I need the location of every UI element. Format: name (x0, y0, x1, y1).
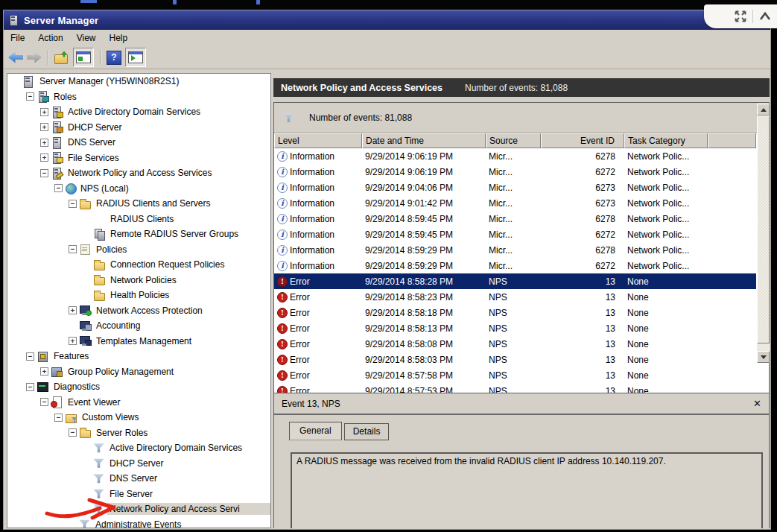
expand-toggle-icon[interactable]: + (40, 108, 48, 116)
results-title: Network Policy and Access Services (281, 83, 443, 93)
console-tree[interactable]: Server Manager (YH5WIN08R2S1)−Roles+Acti… (7, 73, 271, 528)
event-list[interactable]: iInformation9/29/2014 9:06:19 PMMicr...6… (274, 148, 756, 393)
column-header-level[interactable]: Level (274, 133, 362, 148)
tree-item[interactable]: +Templates Management (7, 334, 270, 349)
up-one-level-button[interactable] (54, 52, 69, 63)
tree-item[interactable]: Active Directory Domain Services (7, 440, 270, 456)
tree-item[interactable]: Remote RADIUS Server Groups (7, 227, 270, 242)
collapse-toggle-icon[interactable]: − (26, 383, 34, 391)
tree-item[interactable]: Server Manager (YH5WIN08R2S1) (7, 74, 270, 89)
collapse-toggle-icon[interactable]: − (40, 169, 48, 177)
collapse-toggle-icon[interactable]: − (69, 245, 77, 253)
tree-item[interactable]: Network Policies (7, 273, 270, 288)
event-row[interactable]: iInformation9/29/2014 9:06:19 PMMicr...6… (274, 164, 756, 180)
tree-item[interactable]: +Group Policy Management (7, 364, 270, 380)
event-row[interactable]: iInformation9/29/2014 8:59:45 PMMicr...6… (274, 211, 756, 227)
cell-event-id: 6272 (541, 261, 624, 271)
tree-item[interactable]: +DNS Server (7, 135, 270, 151)
show-console-tree-button[interactable] (73, 48, 94, 67)
column-header-date[interactable]: Date and Time (362, 133, 486, 148)
chevron-up-icon[interactable] (758, 10, 773, 23)
top-black-bar (0, 0, 777, 10)
tree-item[interactable]: −Diagnostics (7, 379, 270, 395)
tree-item[interactable]: −RADIUS Clients and Servers (7, 196, 270, 212)
funnel-icon (283, 113, 295, 124)
expand-toggle-icon[interactable]: + (40, 123, 48, 131)
collapse-toggle-icon[interactable]: − (54, 414, 63, 422)
tree-item[interactable]: +Network Access Protection (7, 303, 270, 319)
event-preview-pane: Event 13, NPS ✕ General Details A RADIUS… (273, 393, 770, 528)
cell-event-id: 13 (541, 323, 624, 334)
tree-item[interactable]: −Network Policy and Access Services (7, 165, 270, 181)
event-row[interactable]: iInformation9/29/2014 8:59:29 PMMicr...6… (274, 242, 756, 258)
tree-item[interactable]: +Active Directory Domain Services (7, 104, 270, 120)
event-row[interactable]: iInformation9/29/2014 9:04:06 PMMicr...6… (274, 180, 756, 195)
event-row[interactable]: iInformation9/29/2014 9:06:19 PMMicr...6… (274, 148, 756, 164)
scroll-down-button[interactable] (757, 351, 770, 363)
tree-item[interactable]: −Event Viewer (7, 395, 270, 411)
collapse-toggle-icon[interactable]: − (69, 200, 77, 208)
event-row[interactable]: !Error9/29/2014 8:58:08 PMNPS13None (274, 336, 756, 352)
tree-item[interactable]: −Server Roles (7, 425, 270, 441)
error-level-icon: ! (277, 339, 288, 349)
event-row[interactable]: !Error9/29/2014 8:58:28 PMNPS13None (274, 273, 756, 289)
tree-item-label: DHCP Server (66, 121, 124, 133)
help-button[interactable]: ? (107, 51, 121, 65)
tree-item[interactable]: Connection Request Policies (7, 257, 270, 273)
tree-item[interactable]: −Custom Views (7, 410, 270, 425)
scrollbar-thumb[interactable] (757, 115, 770, 343)
tree-item[interactable]: DHCP Server (7, 456, 270, 472)
expand-toggle-icon[interactable]: + (69, 306, 77, 314)
collapse-toggle-icon[interactable]: − (54, 184, 63, 192)
menu-help[interactable]: Help (103, 31, 135, 45)
event-row[interactable]: !Error9/29/2014 8:57:53 PMNPS13None (274, 383, 756, 393)
expand-fullscreen-icon[interactable] (733, 9, 748, 24)
event-row[interactable]: !Error9/29/2014 8:58:03 PMNPS13None (274, 352, 756, 367)
tree-item[interactable]: −Roles (7, 89, 270, 105)
event-row[interactable]: iInformation9/29/2014 8:59:45 PMMicr...6… (274, 227, 756, 242)
column-header-source[interactable]: Source (486, 133, 541, 148)
menu-file[interactable]: File (4, 31, 31, 45)
collapse-toggle-icon[interactable]: − (26, 92, 34, 101)
tree-item[interactable]: File Server (7, 487, 270, 502)
tree-item[interactable]: Network Policy and Access Servi (7, 501, 270, 517)
event-row[interactable]: !Error9/29/2014 8:57:58 PMNPS13None (274, 367, 756, 383)
tree-item[interactable]: −NPS (Local) (7, 181, 270, 197)
event-row[interactable]: !Error9/29/2014 8:58:18 PMNPS13None (274, 305, 756, 320)
tab-general[interactable]: General (289, 422, 342, 440)
expand-toggle-icon[interactable]: + (40, 153, 48, 162)
menu-action[interactable]: Action (31, 31, 69, 45)
event-row[interactable]: iInformation9/29/2014 8:59:29 PMMicr...6… (274, 258, 756, 273)
back-button[interactable] (8, 52, 23, 63)
forward-button[interactable] (27, 52, 42, 63)
event-row[interactable]: !Error9/29/2014 8:58:13 PMNPS13None (274, 320, 756, 336)
menu-view[interactable]: View (70, 31, 103, 45)
tree-item[interactable]: Health Policies (7, 288, 270, 303)
scroll-up-button[interactable] (757, 104, 770, 115)
collapse-toggle-icon[interactable]: − (26, 352, 34, 361)
title-bar[interactable]: Server Manager (4, 10, 770, 30)
show-action-pane-button[interactable] (125, 48, 146, 67)
collapse-toggle-icon[interactable]: − (69, 428, 77, 437)
expand-toggle-icon[interactable]: + (40, 367, 48, 376)
tree-item[interactable]: +File Services (7, 151, 270, 166)
tree-item[interactable]: Administrative Events (7, 517, 270, 529)
event-row[interactable]: iInformation9/29/2014 9:01:42 PMMicr...6… (274, 195, 756, 211)
events-scrollbar[interactable] (757, 104, 770, 363)
tab-details[interactable]: Details (344, 423, 390, 440)
close-icon[interactable]: ✕ (753, 398, 761, 409)
expand-toggle-icon[interactable]: + (40, 139, 48, 147)
tree-item[interactable]: −Features (7, 349, 270, 364)
column-header-task[interactable]: Task Category (624, 133, 708, 148)
templates-badge (85, 340, 92, 346)
tree-item[interactable]: +DHCP Server (7, 120, 270, 136)
cell-event-id: 13 (541, 370, 624, 381)
collapse-toggle-icon[interactable]: − (40, 398, 48, 406)
event-row[interactable]: !Error9/29/2014 8:58:23 PMNPS13None (274, 289, 756, 305)
column-header-event-id[interactable]: Event ID (541, 133, 624, 148)
tree-item[interactable]: DNS Server (7, 471, 270, 487)
expand-toggle-icon[interactable]: + (69, 337, 77, 345)
tree-item[interactable]: −Policies (7, 242, 270, 258)
tree-item[interactable]: RADIUS Clients (7, 212, 270, 227)
tree-item[interactable]: Accounting (7, 318, 270, 334)
